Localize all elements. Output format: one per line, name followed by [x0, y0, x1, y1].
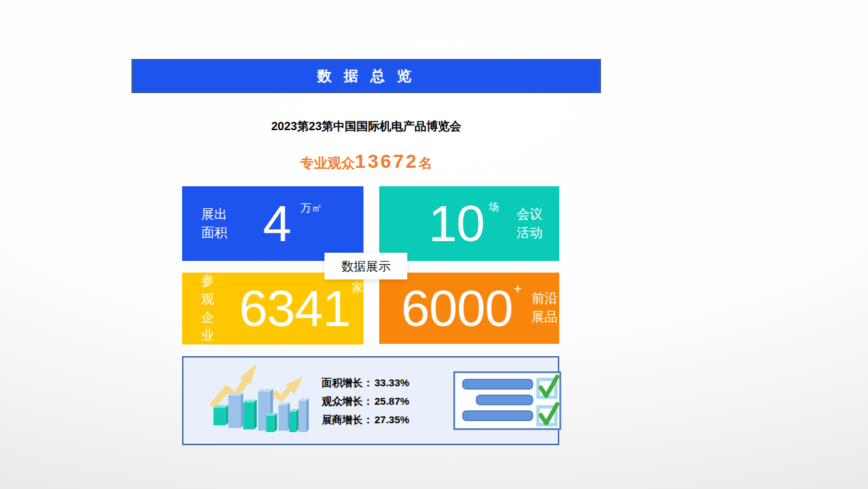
audience-count: 13672	[355, 151, 419, 173]
card-label: 展出 面积	[201, 205, 227, 242]
card-label-line1: 前沿	[532, 291, 558, 305]
audience-unit: 名	[418, 154, 432, 173]
card-label-line1: 参观	[201, 273, 214, 306]
bar-5-teal	[266, 413, 277, 432]
growth-line-exhibitors: 展商增长： 27.35%	[322, 410, 437, 429]
card-label-line2: 企业	[201, 310, 214, 343]
growth-line-audience: 观众增长： 25.87%	[322, 392, 437, 410]
growth-value: 25.87%	[374, 392, 409, 410]
checklist-icon	[453, 371, 561, 430]
bar-3-teal	[243, 400, 257, 429]
card-visiting-companies: 参观 企业 6341 家	[182, 273, 363, 344]
expo-subtitle: 2023第23第中国国际机电产品博览会	[131, 118, 601, 134]
audience-stat-line: 专业观众 13672 名	[131, 151, 601, 173]
slide: 数 据 总 览 2023第23第中国国际机电产品博览会 专业观众 13672 名…	[0, 0, 868, 489]
card-label-line2: 展品	[532, 310, 558, 324]
bar-chart-growth-icon	[204, 362, 312, 440]
card-meetings: 10 场 会议 活动	[379, 186, 559, 261]
card-value: 6000	[401, 283, 513, 334]
growth-label: 面积增长：	[322, 373, 373, 392]
growth-stats: 面积增长： 33.33% 观众增长： 25.87% 展商增长： 27.35%	[322, 373, 437, 429]
card-label: 会议 活动	[516, 205, 542, 242]
card-label-line2: 面积	[201, 225, 227, 240]
card-exhibition-area: 展出 面积 4 万㎡	[182, 186, 363, 261]
checkbox-2	[538, 404, 557, 425]
card-unit: +	[514, 281, 522, 297]
audience-label: 专业观众	[301, 154, 355, 173]
card-label-line1: 展出	[201, 207, 227, 221]
checkbox-1	[538, 377, 557, 397]
card-unit: 家	[352, 280, 363, 296]
bar-1-teal	[214, 405, 229, 425]
card-value: 10	[429, 198, 484, 249]
card-value: 4	[263, 198, 291, 249]
card-value: 6341	[239, 283, 350, 334]
growth-label: 展商增长：	[322, 410, 373, 429]
growth-panel: 面积增长： 33.33% 观众增长： 25.87% 展商增长： 27.35%	[182, 356, 559, 445]
growth-value: 27.35%	[374, 410, 409, 429]
growth-label: 观众增长：	[322, 392, 373, 410]
bar-7-teal	[289, 409, 298, 432]
card-label: 前沿 展品	[532, 290, 558, 326]
card-label: 参观 企业	[201, 272, 217, 344]
growth-line-area: 面积增长： 33.33%	[322, 373, 437, 392]
card-frontier-exhibits: 6000 + 前沿 展品	[379, 273, 559, 344]
data-display-label: 数据展示	[324, 253, 407, 279]
card-label-line2: 活动	[516, 225, 542, 240]
card-label-line1: 会议	[516, 207, 542, 221]
growth-value: 33.33%	[374, 373, 409, 392]
card-unit: 万㎡	[301, 201, 322, 216]
bar-8-blue	[298, 399, 309, 432]
bar-6-blue	[279, 402, 290, 430]
card-unit: 场	[488, 201, 498, 214]
bar-2-blue	[229, 393, 244, 428]
